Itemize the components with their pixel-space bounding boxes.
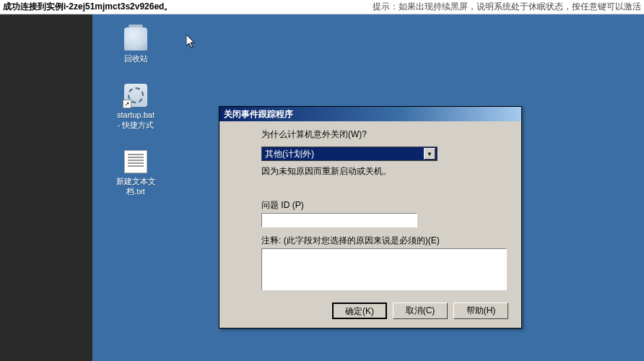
startup-bat-shortcut[interactable]: ↗ startup.bat - 快捷方式	[110, 84, 161, 130]
recycle-bin-icon[interactable]: 回收站	[110, 27, 161, 64]
dialog-body: 为什么计算机意外关闭(W)? 其他(计划外) ▼ 因为未知原因而重新启动或关机。…	[219, 121, 521, 328]
mouse-cursor-icon	[186, 35, 196, 49]
comment-textarea[interactable]	[261, 248, 507, 290]
gear-icon: ↗	[124, 84, 147, 107]
ok-button[interactable]: 确定(K)	[332, 303, 387, 319]
trash-icon	[124, 27, 147, 51]
comment-label: 注释: (此字段对您选择的原因来说是必须的)(E)	[261, 235, 508, 247]
shortcut-arrow-icon: ↗	[123, 100, 131, 108]
dialog-title-bar[interactable]: 关闭事件跟踪程序	[219, 107, 521, 121]
problem-id-input[interactable]	[261, 213, 417, 227]
chevron-down-icon: ▼	[424, 148, 435, 160]
problem-id-label: 问题 ID (P)	[261, 199, 508, 212]
reason-dropdown[interactable]: 其他(计划外) ▼	[261, 147, 438, 161]
shutdown-event-tracker-dialog: 关闭事件跟踪程序 为什么计算机意外关闭(W)? 其他(计划外) ▼ 因为未知原因…	[219, 106, 522, 329]
icon-label: startup.bat - 快捷方式	[117, 110, 155, 130]
cancel-button[interactable]: 取消(C)	[393, 303, 448, 319]
icon-label: 新建文本文 档.txt	[116, 176, 156, 196]
question-label: 为什么计算机意外关闭(W)?	[261, 129, 367, 139]
new-text-document[interactable]: 新建文本文 档.txt	[110, 150, 161, 196]
help-button[interactable]: 帮助(H)	[453, 303, 508, 319]
browser-top-bar: 成功连接到实例i-2zej51mjmct3s2v926ed。 提示：如果出现持续…	[0, 0, 644, 14]
text-file-icon	[124, 150, 147, 173]
connection-status: 成功连接到实例i-2zej51mjmct3s2v926ed。	[3, 1, 173, 13]
dialog-title: 关闭事件跟踪程序	[224, 108, 293, 121]
icon-label: 回收站	[124, 53, 148, 64]
dialog-buttons: 确定(K) 取消(C) 帮助(H)	[261, 303, 508, 319]
dropdown-value: 其他(计划外)	[265, 148, 314, 160]
desktop-icons-area: 回收站 ↗ startup.bat - 快捷方式 新建文本文 档.txt	[110, 27, 161, 196]
remote-desktop[interactable]: 回收站 ↗ startup.bat - 快捷方式 新建文本文 档.txt 关闭事…	[92, 14, 644, 361]
hint-text: 提示：如果出现持续黑屏，说明系统处于休眠状态，按任意键可以激活	[373, 1, 641, 13]
reason-description: 因为未知原因而重新启动或关机。	[261, 165, 508, 178]
